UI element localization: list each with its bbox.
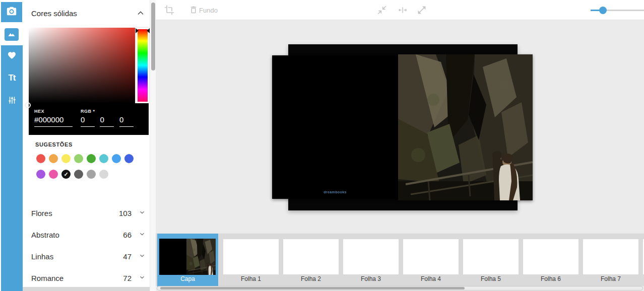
swatch-row-1 [36,154,134,163]
hue-slider[interactable] [136,28,149,103]
color-swatch[interactable] [61,154,71,163]
delete-background-button[interactable] [189,5,199,15]
hue-handle-left[interactable] [136,28,139,33]
hue-gradient [138,29,148,102]
color-swatch[interactable] [49,154,58,163]
filmstrip-scrollbar-thumb[interactable] [160,287,465,289]
hex-input[interactable] [34,114,73,127]
color-swatch[interactable] [124,154,134,163]
trash-icon [189,8,198,16]
page-thumbnail [343,239,399,274]
cover-back-panel[interactable]: dreambooks [272,55,398,199]
filmstrip-item[interactable]: Folha 1 [223,234,279,286]
rgb-r-input[interactable] [81,114,95,127]
filmstrip-item[interactable]: Folha 5 [463,234,519,286]
brand-text: dreambooks [272,190,398,194]
suggestions-label: SUGESTÕES [35,141,73,148]
color-swatch[interactable] [87,170,96,179]
filmstrip-item[interactable]: Folha 6 [523,234,578,286]
collapse-spread-button[interactable] [377,5,387,15]
panel-scrollbar[interactable] [150,0,156,291]
category-row[interactable]: Linhas47 [23,246,150,267]
heart-icon [1,51,23,60]
page-thumbnail [223,239,279,274]
colors-panel: Cores sólidas HEX RGB * SUGESTÕES ✓ [23,0,150,291]
category-count: 103 [119,209,132,217]
page-thumbnail [583,239,638,274]
sliders-icon [1,96,23,105]
page-thumbnail [283,239,339,274]
filmstrip-label: Folha 4 [403,275,459,282]
page-thumbnail [523,239,578,274]
color-swatch[interactable] [36,154,45,163]
color-swatch[interactable] [99,154,108,163]
category-label: Abstrato [31,231,123,239]
color-swatch[interactable] [112,154,121,163]
expand-spread-button[interactable] [417,5,427,15]
rgb-g-input[interactable] [100,114,114,127]
rgb-b-input[interactable] [119,114,134,127]
category-count: 47 [123,252,132,261]
category-label: Romance [31,274,123,282]
sidebar-item-text[interactable]: Tt [1,73,23,83]
color-swatch[interactable] [74,154,83,163]
sidebar-item-backgrounds[interactable] [0,23,23,45]
filmstrip-item[interactable]: Folha 2 [283,234,339,286]
rgb-label: RGB * [81,109,146,114]
category-count: 72 [123,274,132,282]
filmstrip-scrollbar[interactable] [157,286,643,290]
camera-icon [6,6,17,19]
category-label: Linhas [31,252,123,261]
category-list: Flores103Abstrato66Linhas47Romance72 [23,202,150,289]
expand-arrows-icon [417,8,427,17]
page-thumbnail [463,239,519,274]
filmstrip-item[interactable]: Folha 3 [343,234,399,286]
chevron-up-icon[interactable] [136,8,146,18]
swap-horizontal-icon [397,8,408,17]
image-icon [5,28,19,41]
saturation-picker[interactable] [29,28,135,103]
color-swatch-selected[interactable]: ✓ [61,170,71,179]
cover-photo[interactable] [398,54,533,200]
chevron-down-icon [139,252,146,261]
sidebar-item-photos[interactable] [1,2,22,22]
chevron-down-icon [139,274,146,283]
photobook-editor: Tt Cores sólidas HEX [0,0,644,291]
color-picker-handle[interactable] [25,102,31,108]
category-row[interactable]: Flores103 [23,202,150,224]
check-icon: ✓ [63,172,68,177]
editor-main: Fundo drea [156,0,644,291]
swatch-row-2: ✓ [36,170,108,179]
color-swatch[interactable] [99,170,108,179]
swap-horizontal-button[interactable] [397,5,407,15]
category-row[interactable]: Abstrato66 [23,224,150,246]
color-swatch[interactable] [87,154,96,163]
panel-scrollbar-thumb[interactable] [151,3,155,70]
chevron-down-icon [139,209,146,218]
color-swatch[interactable] [36,170,45,179]
sidebar-strip: Tt [1,45,23,291]
filmstrip-item-capa[interactable]: Capa [157,234,218,286]
crop-button[interactable] [164,5,174,15]
compress-arrows-icon [377,8,387,17]
sidebar-item-adjust[interactable] [1,96,23,105]
crop-icon [164,8,174,17]
filmstrip-label: Folha 7 [583,275,638,282]
category-row[interactable]: Romance72 [23,267,150,289]
color-values-panel: HEX RGB * [29,103,149,135]
filmstrip-label: Folha 5 [463,275,519,282]
text-icon: Tt [8,73,15,83]
fundo-label: Fundo [199,7,218,14]
sidebar-item-favorites[interactable] [1,51,23,60]
filmstrip-item[interactable]: Folha 7 [583,234,638,286]
color-swatch[interactable] [49,170,58,179]
category-count: 66 [123,231,132,239]
zoom-slider[interactable] [591,10,644,11]
filmstrip-label: Folha 3 [343,275,399,282]
color-swatch[interactable] [74,170,83,179]
filmstrip-item[interactable]: Folha 4 [403,234,459,286]
tool-sidebar: Tt [0,0,23,291]
zoom-slider-thumb[interactable] [599,7,607,14]
panel-footer-strip [23,287,150,291]
filmstrip-label: Folha 1 [223,275,279,282]
